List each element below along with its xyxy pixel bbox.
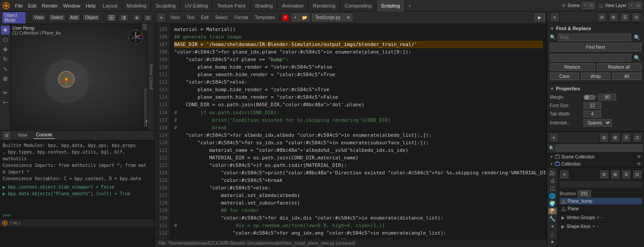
render-props-btn[interactable]: 🎥 [548, 170, 557, 176]
rotate-tool-btn[interactable]: ↻ [1, 55, 10, 64]
close-text-btn[interactable]: ✕ [344, 14, 352, 21]
scene-coll-eye[interactable]: 👁 [637, 154, 641, 159]
case-btn[interactable]: Case [550, 73, 579, 80]
fr-editor-type-btn[interactable]: ≡ [550, 12, 560, 22]
console-tab-view[interactable]: View [15, 132, 30, 139]
menu-file[interactable]: File [12, 2, 26, 9]
tab-shading[interactable]: Shading [251, 0, 278, 12]
text-select-btn[interactable]: Select [213, 14, 230, 21]
vg-add-btn[interactable]: + [597, 215, 599, 220]
props-filter-btn[interactable]: ⊡ [633, 170, 642, 179]
props-layout3[interactable]: ☰ [621, 170, 631, 179]
tab-sculpting[interactable]: Sculpting [151, 0, 180, 12]
outliner-type-btn[interactable]: ≡ [549, 133, 559, 143]
outliner-layout2[interactable]: ⊞ [610, 133, 620, 143]
editor-type-btn[interactable]: ≡ [156, 13, 166, 23]
new-layer-btn[interactable]: + [629, 2, 634, 9]
text-text-btn[interactable]: Text [184, 14, 197, 21]
code-content[interactable]: material = Material()## generate train i… [171, 24, 546, 239]
annotate-tool-btn[interactable]: ✏ [1, 89, 10, 97]
props-search-input[interactable] [561, 182, 640, 187]
data-props-btn[interactable]: △ [548, 231, 557, 237]
output-props-btn[interactable]: 🖨 [548, 177, 557, 184]
tab-rendering[interactable]: Rendering [309, 0, 340, 12]
xray-btn[interactable]: ◫ [143, 14, 152, 21]
select-tool-btn[interactable]: ⬡ [1, 35, 10, 44]
collection-eye[interactable]: 👁 [637, 162, 641, 166]
props-layout1[interactable]: ⊟ [599, 170, 609, 179]
console-input-field[interactable] [12, 213, 152, 218]
display-mode-btn[interactable] [106, 14, 117, 22]
new-text-btn[interactable]: + [292, 14, 299, 21]
text-view-btn[interactable]: View [168, 14, 183, 21]
material-props-btn[interactable]: ● [548, 239, 557, 245]
props-collapse-btn[interactable]: ▼ [550, 86, 554, 91]
filename-display[interactable]: TestScript.py [312, 14, 343, 21]
world-props-btn[interactable]: 🌍 [548, 200, 557, 207]
view-layer-props-btn[interactable]: ◫ [548, 185, 557, 192]
collection-item[interactable]: ▼ Collection 👁 [547, 160, 644, 167]
console-view-btn[interactable]: ⊟ [2, 131, 11, 140]
run-script-btn[interactable]: ▶ [535, 14, 545, 21]
view-menu-btn[interactable]: View [31, 14, 46, 21]
menu-render[interactable]: Render [39, 2, 61, 9]
text-edit-btn[interactable]: Edit [198, 14, 211, 21]
tab-compositing[interactable]: Compositing [340, 0, 377, 12]
menu-edit[interactable]: Edit [26, 2, 39, 9]
tab-modeling[interactable]: Modeling [122, 0, 152, 12]
tab-width-value[interactable]: 4 [583, 111, 601, 117]
fr-layout-btn2[interactable]: ⊞ [609, 12, 618, 22]
find-magnify-btn[interactable]: 🔍 [633, 35, 641, 41]
fr-collapse-btn[interactable]: ▼ [550, 26, 554, 31]
all-btn[interactable]: All [612, 73, 641, 80]
outliner-layout1[interactable]: ⊟ [599, 133, 609, 143]
scene-name[interactable]: Scene [568, 3, 580, 8]
props-layout2[interactable]: ⊞ [610, 170, 620, 179]
open-text-btn[interactable]: 📂 [300, 14, 309, 21]
console-tab-console[interactable]: Console [34, 131, 55, 139]
replace-btn[interactable]: Replace [550, 63, 595, 71]
replace-all-btn[interactable]: Replace all [597, 63, 642, 71]
select-menu-btn[interactable]: Select [48, 14, 66, 21]
indentation-select[interactable]: Spaces Tabs [583, 119, 612, 127]
add-menu-btn[interactable]: Add [68, 14, 81, 21]
copy-scene-btn[interactable]: ⧉ [588, 2, 594, 9]
font-size-value[interactable]: 12 [583, 102, 601, 109]
move-tool-btn[interactable]: ✜ [1, 45, 10, 54]
syntax-highlight-btn[interactable]: P [282, 15, 289, 21]
object-mode-btn[interactable]: Object Mode [2, 12, 26, 24]
mesh-row[interactable]: Plane [560, 205, 642, 212]
replace-magnify-btn[interactable]: 🔍 [633, 55, 641, 61]
find-next-btn[interactable]: Find Next [550, 43, 641, 51]
text-format-btn[interactable]: Format [232, 14, 251, 21]
tab-texture-paint[interactable]: Texture Paint [213, 0, 250, 12]
view-layer-name[interactable]: View Layer [605, 3, 626, 8]
object-menu-btn[interactable]: Object [82, 14, 100, 21]
shading-btn[interactable] [118, 14, 129, 22]
fr-layout-btn3[interactable]: ☰ [620, 12, 630, 22]
selected-object-row[interactable]: Plane_bump [560, 198, 642, 205]
margin-toggle[interactable] [583, 95, 596, 100]
margin-value[interactable]: 80 [598, 94, 616, 100]
particles-props-btn[interactable]: ✦ [548, 223, 557, 230]
sk-add-btn[interactable]: + [592, 224, 595, 229]
props-type-btn[interactable]: ≡ [560, 170, 569, 179]
scale-tool-btn[interactable]: ⤡ [1, 65, 10, 73]
panel-toggle-btn[interactable]: › [142, 24, 147, 30]
text-templates-btn[interactable]: Templates [252, 14, 278, 21]
modifier-props-btn[interactable]: 🔧 [548, 216, 557, 222]
outliner-layout3[interactable]: ☰ [621, 133, 631, 143]
outliner-filter-btn[interactable]: ⊡ [633, 133, 642, 143]
tab-animation[interactable]: Animation [278, 0, 309, 12]
wrap-btn[interactable]: Wrap [581, 73, 610, 80]
scene-props-btn[interactable]: 🌐 [548, 193, 557, 199]
tab-uv-editing[interactable]: UV Editing [180, 0, 213, 12]
outliner-search-input[interactable] [556, 145, 642, 151]
sk-remove-btn[interactable]: − [597, 224, 599, 229]
fr-filter-btn[interactable]: ⊡ [632, 12, 641, 22]
fr-layout-btn1[interactable]: ⊟ [597, 12, 607, 22]
tab-layout[interactable]: Layout [99, 0, 122, 12]
menu-help[interactable]: Help [83, 2, 99, 9]
replace-input[interactable]: angle_list [550, 54, 631, 62]
menu-window[interactable]: Window [61, 2, 83, 9]
